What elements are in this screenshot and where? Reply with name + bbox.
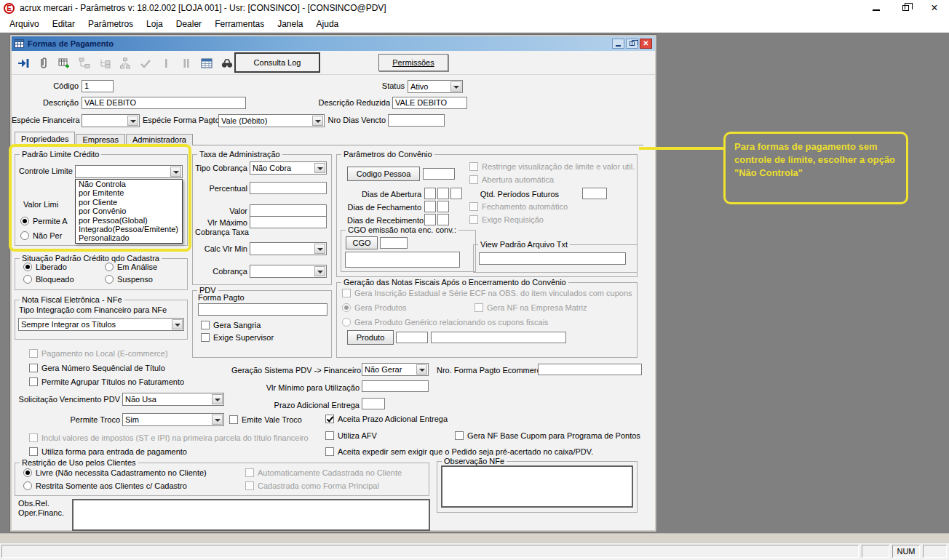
attachment-button[interactable]	[33, 53, 53, 73]
checkbox-gera-sangria[interactable]: Gera Sangria	[201, 320, 261, 330]
dias-fechamento-input-2[interactable]	[437, 201, 449, 212]
confirm-button[interactable]	[135, 53, 155, 73]
vlr-maximo-input[interactable]	[250, 216, 327, 228]
dropdown-arrow-icon[interactable]	[416, 364, 427, 375]
radio-nao-permite[interactable]: Não Per	[20, 231, 62, 241]
dropdown-arrow-icon[interactable]	[170, 167, 181, 177]
codigo-input[interactable]: 1	[82, 80, 114, 92]
child-restore-button[interactable]	[626, 39, 638, 49]
produto-descricao-input[interactable]	[431, 332, 566, 343]
radio-restrita[interactable]: Restrita Somente aos Clientes c/ Cadastr…	[23, 481, 187, 491]
cgo-memo[interactable]	[345, 252, 460, 268]
dropdown-arrow-icon[interactable]	[212, 415, 223, 425]
especie-financeira-select[interactable]	[82, 114, 140, 127]
geracao-sistema-pdv-select[interactable]: Não Gerar	[362, 363, 429, 376]
checkbox-gera-nf-base-cupom[interactable]: Gera NF Base Cupom para Programa de Pont…	[455, 431, 640, 441]
cgo-input[interactable]	[380, 237, 408, 249]
dropdown-option-por-emitente[interactable]: por Emitente	[76, 188, 182, 197]
solicitacao-vencimento-select[interactable]: Não Usa	[122, 393, 224, 406]
search-button[interactable]	[217, 53, 237, 73]
prazo-adicional-input[interactable]	[362, 398, 385, 409]
child-minimize-button[interactable]	[612, 39, 624, 49]
descricao-input[interactable]: VALE DEBITO	[82, 97, 246, 109]
percentual-input[interactable]	[250, 182, 327, 194]
forma-pagto-input[interactable]	[198, 303, 327, 316]
tipo-cobranca-select[interactable]: Não Cobra	[250, 161, 327, 175]
menu-ferramentas[interactable]: Ferramentas	[208, 17, 271, 31]
checkbox-aceita-expedir[interactable]: Aceita expedir sem exigir que o Pedido s…	[325, 447, 593, 457]
checkbox-aceita-prazo[interactable]: Aceita Prazo Adicional Entrega	[325, 414, 448, 424]
close-button[interactable]: ×	[920, 0, 949, 16]
pause-button[interactable]	[176, 53, 196, 73]
produto-codigo-input[interactable]	[396, 332, 428, 343]
codigo-pessoa-input[interactable]	[423, 168, 455, 180]
tab-propriedades[interactable]: Propriedades	[15, 132, 75, 145]
dias-fechamento-input-1[interactable]	[424, 201, 436, 212]
checkbox-utiliza-entrada[interactable]: Utiliza forma para entrada de pagamento	[29, 447, 187, 457]
dropdown-arrow-icon[interactable]	[172, 319, 183, 329]
dropdown-option-nao-controla[interactable]: Não Controla	[76, 180, 182, 188]
menu-editar[interactable]: Editar	[46, 17, 82, 31]
checkbox-permite-agrupar[interactable]: Permite Agrupar Títulos no Faturamento	[29, 377, 184, 387]
permite-troco-select[interactable]: Sim	[122, 413, 224, 426]
menu-dealer[interactable]: Dealer	[170, 17, 208, 31]
view-padrao-input[interactable]	[479, 252, 626, 265]
observacao-nfe-textarea[interactable]	[441, 465, 633, 508]
bottom-scroll-strip[interactable]	[0, 533, 949, 543]
dropdown-option-por-pessoa-global[interactable]: por Pessoa(Global)	[76, 216, 182, 225]
vlr-minimo-input[interactable]	[362, 380, 429, 392]
cobranca-select[interactable]	[250, 265, 327, 278]
radio-bloqueado[interactable]: Bloqueado	[23, 274, 74, 284]
dropdown-option-por-convenio[interactable]: por Convênio	[76, 207, 182, 215]
menu-arquivo[interactable]: Arquivo	[3, 17, 46, 31]
checkbox-utiliza-afv[interactable]: Utiliza AFV	[325, 431, 377, 441]
dropdown-option-por-cliente[interactable]: por Cliente	[76, 198, 182, 207]
dias-abertura-input-3[interactable]	[450, 188, 462, 199]
codigo-pessoa-button[interactable]: Codigo Pessoa	[347, 167, 420, 181]
nro-dias-vencto-input[interactable]	[388, 114, 445, 127]
tree-copy-button-1[interactable]	[74, 53, 94, 73]
dropdown-arrow-icon[interactable]	[312, 116, 323, 126]
menu-janela[interactable]: Janela	[271, 17, 309, 31]
checkbox-gera-numero-sequencial[interactable]: Gera Número Sequêncial de Título	[29, 363, 165, 373]
minimize-button[interactable]	[862, 0, 891, 16]
tree-copy-button-2[interactable]	[95, 53, 114, 73]
status-select[interactable]: Ativo	[408, 80, 463, 93]
tipo-integracao-select[interactable]: Sempre Integrar os Títulos	[18, 318, 184, 331]
radio-em-analise[interactable]: Em Análise	[105, 262, 157, 272]
dropdown-arrow-icon[interactable]	[450, 81, 461, 92]
insert-record-button[interactable]	[54, 53, 74, 73]
tree-copy-button-3[interactable]	[115, 53, 135, 73]
calc-vlr-min-select[interactable]	[250, 242, 327, 255]
restore-button[interactable]	[891, 0, 920, 16]
radio-liberado[interactable]: Liberado	[23, 262, 67, 272]
checkbox-emite-vale-troco[interactable]: Emite Vale Troco	[229, 415, 302, 425]
controle-limite-select[interactable]	[75, 165, 183, 178]
dropdown-arrow-icon[interactable]	[314, 163, 325, 173]
dropdown-arrow-icon[interactable]	[212, 394, 223, 404]
especie-forma-pagto-select[interactable]: Vale (Débito)	[218, 114, 325, 127]
menu-ajuda[interactable]: Ajuda	[310, 17, 346, 31]
checkbox-exige-supervisor[interactable]: Exige Supervisor	[201, 332, 274, 343]
dias-abertura-input-1[interactable]	[424, 188, 436, 199]
dias-abertura-input-2[interactable]	[437, 188, 449, 199]
dias-recebimento-input-2[interactable]	[437, 214, 449, 225]
cgo-button[interactable]: CGO	[346, 236, 378, 249]
child-close-button[interactable]: ✕	[640, 39, 652, 49]
grid-view-button[interactable]	[196, 53, 216, 73]
dropdown-option-personalizado[interactable]: Personalizado	[76, 233, 182, 242]
dropdown-arrow-icon[interactable]	[314, 266, 325, 276]
obs-rel-textarea[interactable]	[72, 499, 430, 531]
consulta-log-button[interactable]: Consulta Log	[234, 52, 320, 73]
descricao-reduzida-input[interactable]: VALE DEBITO	[392, 97, 467, 109]
menu-loja[interactable]: Loja	[140, 17, 170, 31]
qtd-periodos-futuros-input[interactable]	[582, 188, 607, 199]
menu-parametros[interactable]: Parâmetros	[82, 17, 140, 31]
radio-livre[interactable]: Livre (Não necessita Cadastramento no Cl…	[23, 468, 207, 478]
radio-permite[interactable]: Permite A	[20, 216, 68, 226]
radio-suspenso[interactable]: Suspenso	[105, 274, 153, 284]
bar-button[interactable]	[156, 53, 175, 73]
dropdown-option-integrado[interactable]: Integrado(Pessoa/Emitente)	[76, 225, 182, 233]
dropdown-arrow-icon[interactable]	[127, 116, 138, 126]
permissoes-button[interactable]: Permissões	[378, 54, 448, 71]
